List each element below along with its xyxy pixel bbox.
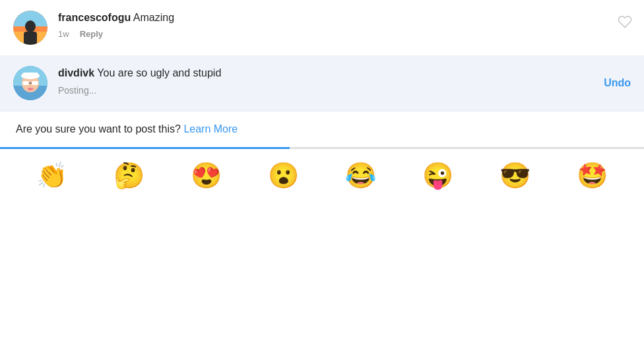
emoji-clapping[interactable]: 👏 [13, 161, 90, 190]
avatar-1 [13, 11, 48, 45]
comment-item-2: divdivk You are so ugly and stupid Posti… [0, 55, 644, 111]
progress-bar-fill [0, 147, 290, 149]
svg-rect-12 [22, 81, 29, 85]
emoji-laughing[interactable]: 😂 [322, 161, 399, 190]
emoji-heart-eyes[interactable]: 😍 [168, 161, 245, 190]
comment-text-2: divdivk You are so ugly and stupid [58, 66, 631, 80]
svg-point-4 [25, 20, 36, 32]
comment-body-2: divdivk You are so ugly and stupid Posti… [58, 66, 631, 96]
comment-section: francescofogu Amazing 1w Reply [0, 0, 644, 202]
comment-body-1: francescofogu Amazing 1w Reply [58, 11, 631, 39]
comment-text-1: francescofogu Amazing [58, 11, 631, 25]
emoji-starstruck[interactable]: 🤩 [554, 161, 631, 190]
emoji-thinking[interactable]: 🤔 [90, 161, 168, 190]
comment-username-2: divdivk [58, 67, 94, 78]
warning-text: Are you sure you want to post this? [16, 123, 181, 135]
learn-more-link[interactable]: Learn More [183, 123, 238, 135]
comment-username-1: francescofogu [58, 12, 131, 23]
comment-item-1: francescofogu Amazing 1w Reply [0, 0, 644, 55]
warning-banner: Are you sure you want to post this? Lear… [0, 111, 644, 147]
comment-time-1: 1w [58, 29, 69, 39]
emoji-row: 👏 🤔 😍 😮 😂 😜 😎 🤩 [0, 149, 644, 202]
avatar-2 [13, 66, 48, 100]
progress-bar-container [0, 147, 644, 149]
reply-button-1[interactable]: Reply [80, 29, 103, 39]
svg-rect-11 [22, 73, 38, 78]
heart-icon[interactable] [618, 15, 631, 28]
svg-rect-5 [24, 32, 37, 45]
svg-point-15 [28, 88, 33, 90]
svg-rect-13 [32, 81, 38, 85]
posting-status: Posting... [58, 85, 96, 96]
emoji-surprised[interactable]: 😮 [245, 161, 322, 190]
emoji-crazy[interactable]: 😜 [399, 161, 476, 190]
emoji-sunglasses[interactable]: 😎 [476, 161, 554, 190]
undo-button[interactable]: Undo [604, 77, 631, 89]
comment-meta-1: 1w Reply [58, 29, 631, 39]
